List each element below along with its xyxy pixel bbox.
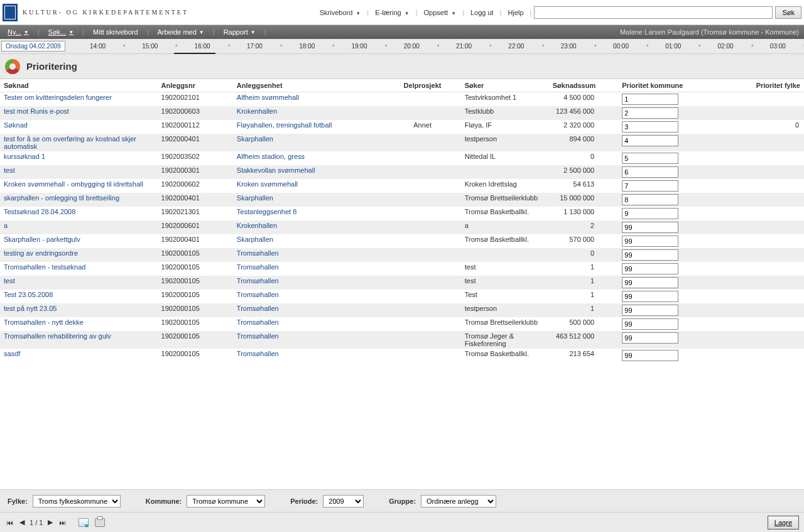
soker-cell: Tromsø Basketballkl.	[461, 207, 543, 220]
gruppe-select[interactable]: Ordinære anlegg	[421, 495, 496, 508]
soknad-link[interactable]: Testsøknad 28.04.2008	[4, 208, 75, 215]
prioritet-kommune-input[interactable]	[622, 135, 678, 146]
enhet-link[interactable]: Skarphallen	[237, 194, 273, 202]
enhet-link[interactable]: Tromsøhallen	[237, 318, 279, 326]
enhet-link[interactable]: Alfheim svømmehall	[237, 94, 299, 101]
nav-skrivebord[interactable]: Skrivebord ▼	[316, 9, 365, 16]
col-priok[interactable]: Prioritet kommune	[618, 79, 744, 92]
prioritet-kommune-input[interactable]	[622, 291, 678, 302]
timeline-date[interactable]: Onsdag 04.02.2009	[1, 41, 65, 52]
prioritet-kommune-input[interactable]	[622, 236, 678, 247]
enhet-link[interactable]: Skarphallen	[237, 236, 273, 243]
enhet-link[interactable]: Krokenhallen	[237, 222, 277, 229]
search-input[interactable]	[534, 6, 773, 19]
pager-next-icon[interactable]: ▶	[46, 518, 54, 526]
enhet-link[interactable]: Skarphallen	[237, 135, 273, 143]
gruppe-label: Gruppe:	[389, 497, 416, 505]
enhet-link[interactable]: Stakkevollan svømmehall	[237, 166, 315, 174]
soknad-link[interactable]: skarphallen - omlegging til brettseiling	[4, 194, 119, 202]
enhet-link[interactable]: Testanleggsenhet 8	[237, 208, 296, 215]
soknad-link[interactable]: test	[4, 277, 15, 285]
menu-rapport[interactable]: Rapport ▼	[216, 25, 263, 39]
prioritet-kommune-input[interactable]	[622, 350, 678, 361]
nav-loggut[interactable]: Logg ut	[467, 9, 497, 16]
soknad-link[interactable]: kurssøknad 1	[4, 153, 45, 160]
save-button[interactable]: Lagre	[768, 516, 799, 529]
prioritet-kommune-input[interactable]	[622, 153, 678, 164]
prioritet-kommune-input[interactable]	[622, 332, 678, 344]
enhet-link[interactable]: Tromsøhallen	[237, 332, 279, 340]
enhet-link[interactable]: Tromsøhallen	[237, 291, 279, 298]
menu-sok[interactable]: Søk... ▼	[41, 25, 82, 39]
prioritet-kommune-input[interactable]	[622, 194, 678, 205]
soker-cell: testperson	[461, 303, 543, 317]
nav-elaering[interactable]: E-læring ▼	[371, 9, 413, 16]
soknad-link[interactable]: testing av endringsordre	[4, 249, 78, 257]
pager-first-icon[interactable]: ⏮	[5, 519, 14, 526]
enhet-link[interactable]: Kroken svømmehall	[237, 180, 298, 188]
sum-cell: 1	[543, 303, 599, 317]
prioritet-kommune-input[interactable]	[622, 180, 678, 192]
enhet-link[interactable]: Alfheim stadion, gress	[237, 153, 305, 160]
prioritet-kommune-input[interactable]	[622, 318, 678, 330]
prioritet-kommune-input[interactable]	[622, 121, 678, 133]
timeline-hour: 14:00	[72, 43, 124, 50]
nav-oppsett[interactable]: Oppsett ▼	[420, 9, 460, 16]
prioritet-kommune-input[interactable]	[622, 107, 678, 119]
export-icon[interactable]	[79, 518, 89, 527]
menu-mitt-skrivebord[interactable]: Mitt skrivebord	[85, 25, 146, 39]
kommune-select[interactable]: Tromsø kommune	[187, 495, 265, 508]
soknad-link[interactable]: Kroken svømmehall - ombygging til idrett…	[4, 180, 143, 188]
soknad-link[interactable]: Tester om kvitteringsdelen fungerer	[4, 94, 112, 101]
col-delpro[interactable]: Delprosjekt	[384, 79, 460, 92]
soknad-link[interactable]: a	[4, 222, 8, 229]
enhet-link[interactable]: Tromsøhallen	[237, 263, 279, 271]
anleggsnr-cell: 1902000401	[158, 134, 233, 151]
col-soknad[interactable]: Søknad	[0, 79, 158, 92]
menu-left: Ny... ▼ | Søk... ▼ | Mitt skrivebord | A…	[0, 25, 268, 39]
enhet-link[interactable]: Tromsøhallen	[237, 277, 279, 285]
prioritet-kommune-input[interactable]	[622, 249, 678, 261]
periode-select[interactable]: 2009	[323, 495, 364, 508]
col-anleggsnr[interactable]: Anleggsnr	[158, 79, 233, 92]
pager-prev-icon[interactable]: ◀	[18, 518, 26, 526]
soknad-link[interactable]: Test 23.05.2008	[4, 291, 53, 298]
soknad-link[interactable]: Skarphallen - parkettgulv	[4, 236, 80, 243]
table-row: skarphallen - omlegging til brettseiling…	[0, 193, 804, 207]
col-soker[interactable]: Søker	[461, 79, 543, 92]
soknad-link[interactable]: Tromsøhallen - nytt dekke	[4, 318, 84, 326]
col-priof[interactable]: Prioritet fylke	[744, 79, 804, 92]
enhet-link[interactable]: Fløyahallen, treningshall fotball	[237, 121, 332, 129]
prioritet-kommune-input[interactable]	[622, 222, 678, 233]
enhet-link[interactable]: Tromsøhallen	[237, 350, 279, 357]
enhet-link[interactable]: Tromsøhallen	[237, 305, 279, 312]
prioritet-kommune-input[interactable]	[622, 166, 678, 178]
soknad-link[interactable]: Søknad	[4, 121, 28, 129]
nav-hjelp[interactable]: Hjelp	[504, 9, 528, 16]
prioritet-kommune-input[interactable]	[622, 94, 678, 105]
fylke-select[interactable]: Troms fylkeskommune	[33, 495, 121, 508]
soknad-link[interactable]: sasdf	[4, 350, 20, 357]
soknad-link[interactable]: test på nytt 23.05	[4, 305, 57, 312]
enhet-link[interactable]: Krokenhallen	[237, 107, 277, 115]
prioritet-kommune-input[interactable]	[622, 263, 678, 274]
soknad-link[interactable]: test mot Runis e-post	[4, 107, 69, 115]
pager-last-icon[interactable]: ⏭	[58, 519, 67, 526]
menu-arbeide-med[interactable]: Arbeide med ▼	[149, 25, 211, 39]
prioritet-kommune-input[interactable]	[622, 305, 678, 316]
sum-cell: 570 000	[543, 234, 599, 248]
prioritet-kommune-input[interactable]	[622, 208, 678, 219]
soknad-link[interactable]: test	[4, 166, 15, 174]
print-icon[interactable]	[95, 518, 105, 527]
menu-ny[interactable]: Ny... ▼	[0, 25, 36, 39]
enhet-link[interactable]: Tromsøhallen	[237, 249, 279, 257]
soknad-link[interactable]: Tromsøhallen rehabilitering av gulv	[4, 332, 111, 340]
prioritet-fylke-cell	[744, 276, 804, 290]
soknad-link[interactable]: Tromsøhallen - testsøknad	[4, 263, 85, 271]
soknad-link[interactable]: test for å se om overføring av kostnad s…	[4, 135, 136, 150]
user-info: Malene Larsen Paulgaard (Tromsø kommune …	[620, 28, 804, 36]
prioritet-kommune-input[interactable]	[622, 277, 678, 288]
col-enhet[interactable]: Anleggsenhet	[233, 79, 384, 92]
col-sum[interactable]: Søknadssum	[543, 79, 599, 92]
search-button[interactable]: Søk	[775, 6, 801, 19]
